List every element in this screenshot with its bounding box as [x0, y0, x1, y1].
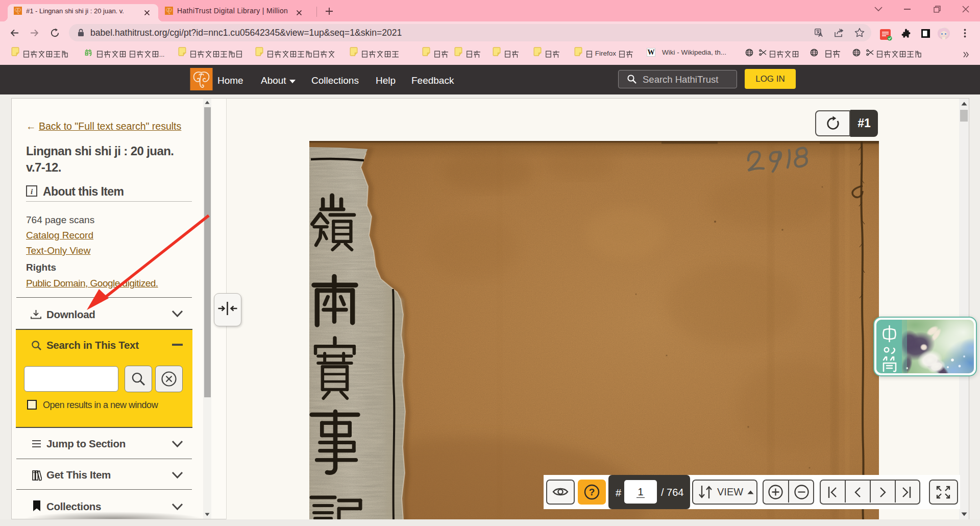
- svg-text:?: ?: [589, 487, 595, 497]
- svg-text:i: i: [31, 187, 33, 196]
